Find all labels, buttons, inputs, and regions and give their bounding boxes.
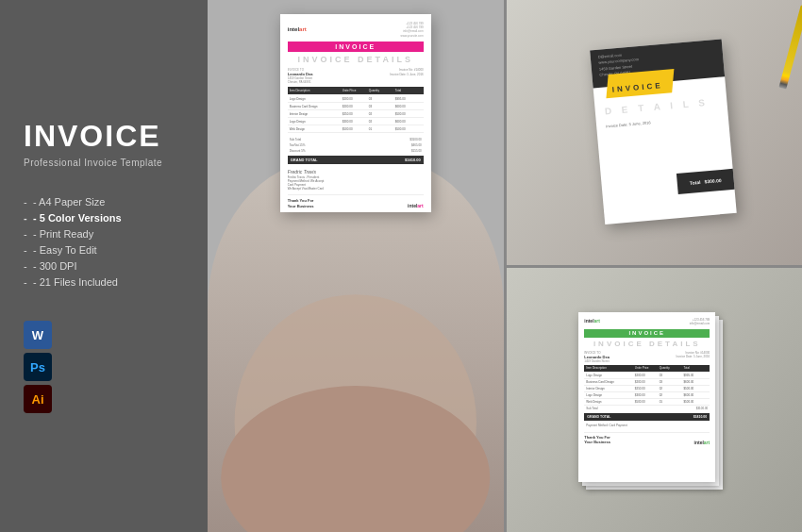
invoice-green-banner: INVOICE: [584, 329, 710, 338]
photoshop-icon: Ps: [24, 353, 52, 381]
hand-svg: [208, 240, 504, 532]
illustrator-icon: Ai: [24, 385, 52, 413]
features-list: - A4 Paper Size - 5 Color Versions - Pri…: [24, 196, 184, 292]
invoice-green-footer: Thank You ForYour Business intelart: [584, 432, 710, 445]
invoice-header: intelart +123 456 789+123 456 789info@em…: [288, 22, 424, 38]
feature-item-bold: - 5 Color Versions: [24, 212, 184, 224]
feature-item: - A4 Paper Size: [24, 196, 184, 208]
table-row: Logo Design$300.0002$600.00: [584, 392, 710, 399]
feature-item: - 21 Files Included: [24, 276, 184, 288]
product-title: INVOICE: [24, 119, 184, 154]
app-icons: W Ps Ai: [24, 321, 184, 413]
mockup-top-right: D@email.comwww.your.company.com1459 Gard…: [507, 0, 803, 265]
left-panel: INVOICE Professional Invoice Template - …: [0, 0, 208, 532]
invoice-pink-banner: INVOICE: [288, 42, 424, 52]
table-row: Logo Design$200.0003$995.00: [584, 373, 710, 379]
invoice-table-header: Item DescriptionUnite PriceQuantityTotal: [288, 87, 424, 94]
invoice-details-title: INVOICE DETAILS: [288, 55, 424, 64]
table-row: Interior Design$250.0002$500.00: [288, 110, 424, 118]
green-grand-total: GRAND TOTAL$3410.00: [584, 413, 710, 421]
mockup-hand: intelart +123 456 789+123 456 789info@em…: [208, 0, 504, 532]
grand-total-row: GRAND TOTAL$3410.00: [288, 156, 424, 164]
invoice-signature: Fredric Travis Fredric Travis - Presiden…: [288, 169, 424, 191]
invoice-stack: intelart +123 456 789info@email.com INVO…: [578, 312, 729, 487]
feature-item: - Easy To Edit: [24, 244, 184, 256]
word-icon: W: [24, 321, 52, 349]
product-subtitle: Professional Invoice Template: [24, 158, 184, 168]
feature-item: - Print Ready: [24, 228, 184, 240]
invoice-to: INVOICE TO Leonardo Dea 1459 Garden Stre…: [288, 68, 313, 84]
invoice-meta: Invoice No: #14000Invoice Date: 5 June, …: [390, 68, 424, 84]
table-row: Web Design$500.0001$500.00: [584, 399, 710, 406]
green-payment: Payment Method: Card Payment: [584, 423, 710, 428]
mockup-bottom-right: intelart +123 456 789info@email.com INVO…: [507, 268, 803, 533]
invoice-green-header: intelart +123 456 789info@email.com: [584, 318, 710, 325]
table-row: Business Card Design$200.0003$600.00: [288, 103, 424, 110]
invoice-green-logo: intelart: [584, 318, 600, 325]
invoice-green-details: INVOICE DETAILS: [584, 340, 710, 348]
table-row: Business Card Design$200.0003$600.00: [584, 379, 710, 386]
green-subtotal: Sub Total$3100.00: [584, 406, 710, 411]
table-row: Logo Design$300.0002$600.00: [288, 118, 424, 125]
table-row: Logo Design$200.0003$995.00: [288, 95, 424, 103]
thank-you-text: Thank You ForYour Business: [288, 198, 314, 208]
invoice-contact: +123 456 789+123 456 789info@email.comww…: [401, 22, 424, 38]
right-panel: intelart +123 456 789+123 456 789info@em…: [208, 0, 802, 532]
invoice-green-meta: INVOICE TOLeonardo Dea1459 Garden Street…: [584, 351, 710, 363]
invoice-paper-pink: intelart +123 456 789+123 456 789info@em…: [280, 14, 431, 212]
green-footer-logo: intelart: [694, 440, 710, 445]
invoice-green-table-header: Item DescriptionUnite PriceQuantityTotal: [584, 365, 710, 372]
invoice-to-row: INVOICE TO Leonardo Dea 1459 Garden Stre…: [288, 68, 424, 84]
green-thank-you: Thank You ForYour Business: [584, 435, 610, 445]
feature-item: - 300 DPI: [24, 260, 184, 272]
invoice-paper-green: intelart +123 456 789info@email.com INVO…: [578, 312, 715, 482]
invoice-total-block: Total $300.00: [677, 169, 735, 194]
invoice-angled: D@email.comwww.your.company.com1459 Gard…: [590, 39, 737, 224]
footer-logo: intelart: [408, 203, 424, 208]
table-row: Web Design$500.0001$500.00: [288, 125, 424, 133]
invoice-totals: Sub Total$3100.00 Tax/Vat 15%$465.00 Dis…: [288, 137, 424, 154]
table-row: Interior Design$250.0002$500.00: [584, 386, 710, 392]
invoice-logo: intelart: [288, 26, 307, 32]
pencil-decoration: [778, 5, 802, 89]
invoice-footer: Thank You ForYour Business intelart: [288, 194, 424, 208]
